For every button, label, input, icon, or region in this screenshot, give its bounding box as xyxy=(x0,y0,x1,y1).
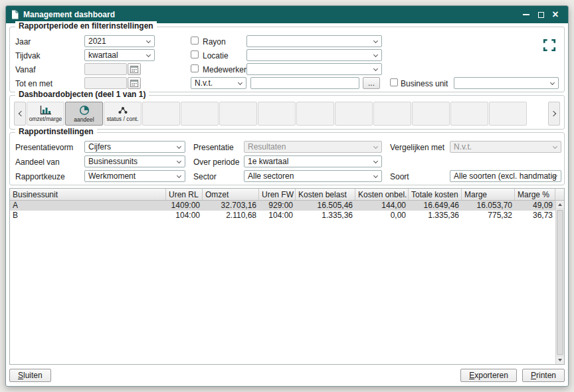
close-button[interactable]: × xyxy=(548,8,563,21)
dashboard-object-empty-slot xyxy=(258,102,296,126)
scroll-left-button[interactable] xyxy=(14,102,26,126)
scroll-down-button[interactable] xyxy=(556,355,564,364)
cell-uren-rl: 104:00 xyxy=(166,211,203,221)
over-periode-dropdown[interactable]: 1e kwartaal xyxy=(244,155,382,167)
chevron-down-icon xyxy=(373,52,378,57)
medewerker-dropdown[interactable] xyxy=(246,63,382,75)
maximize-button[interactable] xyxy=(533,8,548,21)
dashboard-object-empty-slot xyxy=(489,102,527,126)
rayon-checkbox[interactable] xyxy=(191,37,199,45)
minimize-button[interactable] xyxy=(519,8,533,21)
fullscreen-button[interactable] xyxy=(541,37,558,54)
window-title: Management dashboard xyxy=(23,10,519,19)
exporteren-button[interactable]: Exporteren xyxy=(460,369,517,382)
soort-dropdown[interactable]: Alle soorten (excl. handmatig xyxy=(450,170,561,182)
presentatievorm-dropdown[interactable]: Cijfers xyxy=(84,141,185,153)
footer-bar: Sluiten Exporteren Printen xyxy=(9,369,565,382)
cell-businessunit: B xyxy=(10,211,166,221)
business-unit-dropdown[interactable] xyxy=(454,77,559,89)
jaar-dropdown[interactable]: 2021 xyxy=(84,35,155,47)
table-header-row: Businessunit Uren RL Omzet Uren FW Koste… xyxy=(10,189,564,201)
fullscreen-expand-icon xyxy=(543,39,556,52)
column-header-stub xyxy=(555,189,564,200)
rapportkeuze-dropdown[interactable]: Werkmoment xyxy=(84,170,185,182)
filter-type-dropdown[interactable]: N.v.t. xyxy=(191,77,246,89)
scroll-up-button[interactable] xyxy=(556,201,564,209)
business-unit-checkbox[interactable] xyxy=(390,78,398,86)
document-icon xyxy=(11,10,19,19)
medewerker-checkbox[interactable] xyxy=(191,64,199,72)
pie-chart-icon xyxy=(79,105,90,116)
dashboard-object-label: omzet/marge xyxy=(29,116,62,122)
chevron-down-icon xyxy=(373,39,378,43)
scroll-right-button[interactable] xyxy=(548,102,560,126)
column-header-businessunit[interactable]: Businessunit xyxy=(10,189,166,200)
column-header-uren-rl[interactable]: Uren RL xyxy=(166,189,203,200)
table-row[interactable]: A 1409:00 32.703,16 929:00 16.505,46 144… xyxy=(10,201,564,211)
column-header-kosten-onbel[interactable]: Kosten onbel. xyxy=(355,189,409,200)
tot-en-met-label: Tot en met xyxy=(15,78,52,89)
rayon-dropdown[interactable] xyxy=(246,35,382,47)
dashboard-object-empty-slot xyxy=(450,102,488,126)
locatie-checkbox[interactable] xyxy=(191,50,199,58)
cell-marge-pct: 49,09 xyxy=(515,201,555,211)
management-dashboard-window: Management dashboard × Rapportperiode en… xyxy=(5,5,569,387)
aandeel-van-dropdown[interactable]: Businessunits xyxy=(84,155,185,167)
dashboard-object-label: aandeel xyxy=(74,116,94,123)
chevron-down-icon xyxy=(553,144,557,149)
column-header-totale-kosten[interactable]: Totale kosten xyxy=(409,189,462,200)
results-table: Businessunit Uren RL Omzet Uren FW Koste… xyxy=(9,188,565,365)
locatie-label: Locatie xyxy=(203,50,229,61)
cell-uren-fw: 104:00 xyxy=(259,211,296,221)
column-header-marge[interactable]: Marge xyxy=(462,189,515,200)
calendar-icon xyxy=(130,65,138,73)
printen-button[interactable]: Printen xyxy=(522,369,565,382)
vergelijken-met-dropdown: N.v.t. xyxy=(450,141,561,153)
vanaf-date-input[interactable] xyxy=(84,63,127,75)
dashboard-object-label: status / cont. xyxy=(106,116,138,122)
dashboard-object-omzet-marge[interactable]: omzet/marge xyxy=(27,102,64,126)
ellipsis-icon: ... xyxy=(368,80,375,86)
column-header-omzet[interactable]: Omzet xyxy=(203,189,259,200)
dashboard-object-empty-slot xyxy=(373,102,411,126)
sluiten-button[interactable]: Sluiten xyxy=(9,369,51,382)
dashboard-object-status-cont[interactable]: status / cont. xyxy=(104,102,142,126)
cell-kosten-onbel: 144,00 xyxy=(355,201,409,211)
rapportkeuze-label: Rapportkeuze xyxy=(15,171,65,182)
cell-marge: 775,32 xyxy=(462,211,515,221)
chevron-down-icon xyxy=(373,159,378,163)
network-status-icon xyxy=(117,106,129,115)
browse-button[interactable]: ... xyxy=(363,77,380,89)
report-settings-legend: Rapportinstellingen xyxy=(15,127,97,136)
dashboard-object-aandeel[interactable]: aandeel xyxy=(65,102,103,126)
cell-kosten-belast: 16.505,46 xyxy=(296,201,355,211)
column-header-kosten-belast[interactable]: Kosten belast xyxy=(296,189,355,200)
chevron-left-icon xyxy=(18,111,23,116)
tijdvak-dropdown[interactable]: kwartaal xyxy=(84,49,155,61)
filter-value-input[interactable] xyxy=(250,77,359,89)
cell-omzet: 2.110,68 xyxy=(203,211,259,221)
toolbar-spacer xyxy=(527,102,547,126)
soort-label: Soort xyxy=(390,171,409,182)
sector-dropdown[interactable]: Alle sectoren xyxy=(244,170,382,182)
filter-section-legend: Rapportperiode en filterinstellingen xyxy=(15,21,157,31)
tot-en-met-date-input[interactable] xyxy=(84,77,127,89)
report-settings-section: Rapportinstellingen Presentatievorm Cijf… xyxy=(9,132,565,185)
jaar-label: Jaar xyxy=(15,37,31,47)
table-row[interactable]: B 104:00 2.110,68 104:00 1.335,36 0,00 1… xyxy=(10,211,564,221)
vanaf-label: Vanaf xyxy=(15,64,35,75)
presentatievorm-label: Presentatievorm xyxy=(15,142,73,153)
arrow-down-icon xyxy=(558,359,562,361)
aandeel-van-label: Aandeel van xyxy=(15,157,60,167)
column-header-marge-pct[interactable]: Marge % xyxy=(515,189,555,200)
tot-en-met-calendar-button[interactable] xyxy=(128,77,141,89)
dashboard-objects-section: Dashboardobjecten (deel 1 van 1) omzet/m… xyxy=(9,95,565,130)
scrollbar-thumb[interactable] xyxy=(557,210,563,355)
locatie-dropdown[interactable] xyxy=(246,49,382,61)
tijdvak-label: Tijdvak xyxy=(15,50,41,61)
chevron-down-icon xyxy=(373,66,378,71)
vertical-scrollbar[interactable] xyxy=(555,201,564,364)
cell-marge: 16.053,70 xyxy=(462,201,515,211)
vanaf-calendar-button[interactable] xyxy=(128,63,141,75)
column-header-uren-fw[interactable]: Uren FW xyxy=(259,189,296,200)
